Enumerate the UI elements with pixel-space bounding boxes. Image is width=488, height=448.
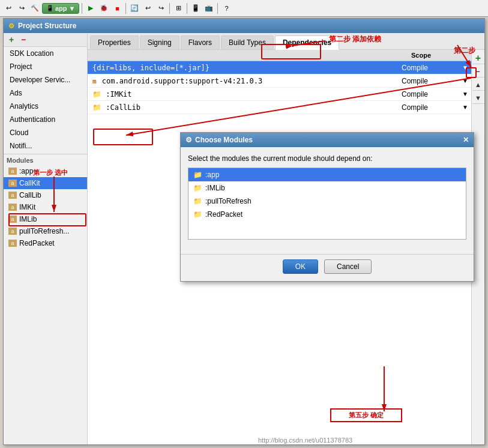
redo-icon[interactable]: ↪ <box>155 2 167 14</box>
toolbar-icon-1[interactable]: ↩ <box>2 2 14 14</box>
dialog-title: Choose Modules <box>195 136 253 144</box>
choose-modules-dialog: ⚙ Choose Modules ✕ Select the modules th… <box>180 132 474 282</box>
toolbar-icon-2[interactable]: ↪ <box>16 2 28 14</box>
dialog-module-redpacket-label: :RedPacket <box>205 210 242 219</box>
sidebar-item-cloud[interactable]: Cloud <box>4 126 87 139</box>
sidebar-item-notifications[interactable]: Notifi... <box>4 139 87 153</box>
sidebar-toolbar: + − <box>4 33 87 47</box>
dep-header-path <box>88 52 411 59</box>
dep-row-0[interactable]: {dir=libs, include=[*.jar]} Compile ▼ <box>88 61 471 74</box>
tab-properties[interactable]: Properties <box>90 35 139 49</box>
module-pulltorefresh-label: pullToRefresh... <box>19 227 69 235</box>
module-calllib-icon: a <box>8 192 17 199</box>
module-redpacket[interactable]: a RedPacket <box>4 237 87 249</box>
module-app-icon: a <box>8 168 17 175</box>
window-icon: ⚙ <box>8 22 14 30</box>
dialog-module-app-label: :app <box>205 171 219 179</box>
dialog-module-redpacket[interactable]: 📁 :RedPacket <box>188 208 466 221</box>
run-icon[interactable]: ▶ <box>85 2 97 14</box>
dialog-module-app[interactable]: 📁 :app <box>188 168 466 181</box>
module-imlib[interactable]: a IMLib <box>4 213 87 225</box>
dep-scope-0: Compile <box>399 62 459 73</box>
avd-icon[interactable]: 📺 <box>203 2 215 14</box>
sidebar-item-analytics[interactable]: Analytics <box>4 100 87 113</box>
dep-row-3[interactable]: 📁 :CallLib Compile ▼ <box>88 101 471 114</box>
folder-icon-3: 📁 <box>92 103 101 112</box>
modules-section-label: Modules <box>4 154 87 165</box>
toolbar-sep-2 <box>125 3 126 14</box>
move-up-btn[interactable]: ▲ <box>472 79 484 91</box>
dialog-footer: OK Cancel <box>181 254 474 281</box>
toolbar-sep-3 <box>169 3 170 14</box>
dialog-cancel-btn[interactable]: Cancel <box>324 259 372 274</box>
dep-scope-1: Compile <box>399 76 459 86</box>
module-imkit[interactable]: a IMKit <box>4 201 87 213</box>
window-title: Project Structure <box>18 22 76 30</box>
dialog-module-pulltorefresh[interactable]: 📁 :pullToRefresh <box>188 195 466 208</box>
dialog-titlebar: ⚙ Choose Modules ✕ <box>181 133 474 147</box>
dep-path-1: m com.android.support:support-v4:21.0.3 <box>88 76 399 86</box>
add-dep-btn[interactable]: + <box>472 52 484 64</box>
module-callkit-icon: a <box>8 180 17 187</box>
app-label: app <box>55 5 67 12</box>
dep-path-0: {dir=libs, include=[*.jar]} <box>88 62 399 73</box>
sync-icon[interactable]: 🔄 <box>128 2 140 14</box>
toolbar-icon-3[interactable]: 🔨 <box>29 2 41 14</box>
dep-actions-0: ▼ <box>459 64 471 71</box>
dep-path-3: 📁 :CallLib <box>88 102 399 113</box>
dialog-module-imlib[interactable]: 📁 :IMLib <box>188 181 466 195</box>
dialog-close-btn[interactable]: ✕ <box>463 136 469 144</box>
sidebar-item-ads[interactable]: Ads <box>4 86 87 100</box>
undo-icon[interactable]: ↩ <box>142 2 154 14</box>
dialog-modules-list: 📁 :app 📁 :IMLib 📁 :pullToRefresh 📁 :RedP… <box>188 168 466 240</box>
window-titlebar: ⚙ Project Structure <box>4 19 484 33</box>
tab-signing[interactable]: Signing <box>140 35 179 49</box>
folder-icon-2: 📁 <box>92 90 101 98</box>
remove-dep-btn[interactable]: − <box>472 65 484 77</box>
sidebar-item-project[interactable]: Project <box>4 60 87 73</box>
dialog-folder-redpacket: 📁 <box>193 210 202 219</box>
dep-header-scope: Scope <box>411 52 471 59</box>
dialog-module-pulltorefresh-label: :pullToRefresh <box>205 197 252 205</box>
tab-bar: Properties Signing Flavors Build Types D… <box>88 33 484 50</box>
module-app[interactable]: a :app <box>4 165 87 177</box>
tab-buildtypes[interactable]: Build Types <box>221 35 274 49</box>
sidebar-item-authentication[interactable]: Authentication <box>4 113 87 126</box>
device-icon[interactable]: 📱 <box>190 2 202 14</box>
phone-icon: 📱 <box>46 5 53 11</box>
help-icon[interactable]: ? <box>220 2 232 14</box>
dialog-description: Select the modules the current module sh… <box>188 154 466 163</box>
debug-icon[interactable]: 🐞 <box>98 2 110 14</box>
dep-actions-1: ▼ <box>459 77 471 84</box>
module-imkit-icon: a <box>8 204 17 211</box>
move-down-btn[interactable]: ▼ <box>472 92 484 104</box>
toolbar-sep-5 <box>217 3 218 14</box>
sidebar-remove-btn[interactable]: − <box>19 35 28 44</box>
module-callkit[interactable]: a CallKit <box>4 177 87 189</box>
dialog-ok-btn[interactable]: OK <box>283 259 318 274</box>
module-pulltorefresh[interactable]: a pullToRefresh... <box>4 225 87 237</box>
m-icon-1: m <box>92 77 97 85</box>
dep-path-1-text: com.android.support:support-v4:21.0.3 <box>102 77 262 85</box>
dialog-module-imlib-label: :IMLib <box>205 184 225 192</box>
structure-icon[interactable]: ⊞ <box>172 2 184 14</box>
dialog-icon: ⚙ <box>185 136 192 144</box>
stop-icon[interactable]: ■ <box>111 2 123 14</box>
module-calllib[interactable]: a CallLib <box>4 189 87 201</box>
dep-scope-2: Compile <box>399 89 459 100</box>
sidebar-item-sdk[interactable]: SDK Location <box>4 47 87 60</box>
module-imlib-icon: a <box>8 216 17 223</box>
dep-scope-3: Compile <box>399 102 459 113</box>
dep-row-2[interactable]: 📁 :IMKit Compile ▼ <box>88 88 471 101</box>
sidebar-item-devservices[interactable]: Developer Servic... <box>4 73 87 86</box>
tab-dependencies[interactable]: Dependencies <box>275 35 339 50</box>
toolbar-sep-4 <box>187 3 187 14</box>
module-app-label: :app <box>19 167 33 175</box>
dialog-body: Select the modules the current module sh… <box>181 147 474 252</box>
sidebar-add-btn[interactable]: + <box>7 35 16 44</box>
dep-row-1[interactable]: m com.android.support:support-v4:21.0.3 … <box>88 74 471 88</box>
app-dropdown[interactable]: 📱 app ▼ <box>42 3 79 14</box>
tab-flavors[interactable]: Flavors <box>181 35 220 49</box>
ide-toolbar: ↩ ↪ 🔨 📱 app ▼ ▶ 🐞 ■ 🔄 ↩ ↪ ⊞ 📱 📺 ? <box>0 0 488 17</box>
module-redpacket-label: RedPacket <box>19 239 55 247</box>
